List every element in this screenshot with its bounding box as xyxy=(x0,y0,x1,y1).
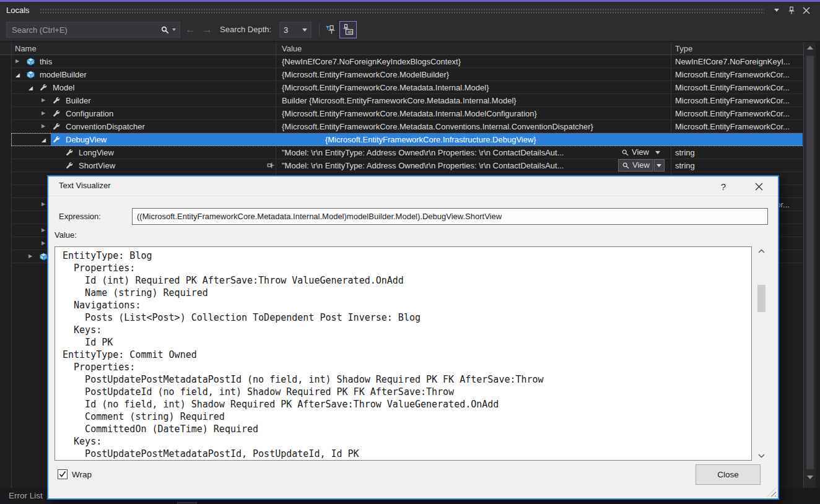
row-type: Microsoft.EntityFrameworkCor... xyxy=(675,96,804,105)
close-icon xyxy=(755,183,763,191)
wrench-icon xyxy=(52,135,61,144)
row-value[interactable]: {Microsoft.EntityFrameworkCore.Infrastru… xyxy=(325,135,536,144)
filter-pinned-button[interactable] xyxy=(322,21,339,38)
expander-collapsed-icon[interactable]: ▶ xyxy=(41,200,45,209)
expander-collapsed-icon[interactable]: ▶ xyxy=(41,96,45,105)
row-value[interactable]: {Microsoft.EntityFrameworkCore.Metadata.… xyxy=(282,109,669,118)
expression-label: Expression: xyxy=(59,212,101,221)
expander-collapsed-icon[interactable]: ▶ xyxy=(41,226,45,235)
row-name[interactable]: Configuration xyxy=(66,109,113,118)
row-value[interactable]: {Microsoft.EntityFrameworkCore.Metadata.… xyxy=(282,83,669,92)
table-row[interactable]: ▶ this {NewInEfCore7.NoForeignKeyIndexBl… xyxy=(11,55,803,68)
search-input[interactable] xyxy=(7,25,160,35)
view-button[interactable]: View xyxy=(618,146,652,159)
table-row[interactable]: ◢ Model {Microsoft.EntityFrameworkCore.M… xyxy=(11,81,803,94)
table-row-selected[interactable]: ◢ DebugView {Microsoft.EntityFrameworkCo… xyxy=(11,133,803,146)
table-row[interactable]: ShortView "Model: \r\n EntityType: Addre… xyxy=(11,159,803,172)
auto-hide-pin-button[interactable] xyxy=(784,4,799,17)
close-button[interactable]: Close xyxy=(696,464,761,485)
expander-collapsed-icon[interactable]: ▶ xyxy=(41,239,45,248)
vertical-scrollbar[interactable] xyxy=(803,42,816,488)
expander-expanded-icon[interactable]: ◢ xyxy=(28,84,33,92)
object-icon xyxy=(26,57,35,66)
row-name[interactable]: Model xyxy=(53,83,74,92)
table-row[interactable]: ▶ Configuration {Microsoft.EntityFramewo… xyxy=(11,107,803,120)
row-value[interactable]: "Model: \r\n EntityType: Address Owned\r… xyxy=(282,161,615,170)
dialog-close-button[interactable] xyxy=(751,180,767,193)
row-type: Microsoft.EntityFrameworkCor... xyxy=(675,122,804,131)
toolbar: ← → Search Depth: 3 ab xyxy=(0,19,820,41)
pin-to-favorites-button[interactable] xyxy=(266,161,275,172)
row-value[interactable]: Builder {Microsoft.EntityFrameworkCore.M… xyxy=(282,96,669,105)
row-name[interactable]: ConventionDispatcher xyxy=(66,122,145,131)
magnifier-icon xyxy=(621,149,629,157)
back-arrow-icon[interactable]: ← xyxy=(185,22,196,37)
resize-grip[interactable] xyxy=(767,488,776,497)
row-value[interactable]: "Model: \r\n EntityType: Address Owned\r… xyxy=(282,148,615,157)
row-name[interactable]: Builder xyxy=(66,96,90,105)
grid-header: Name Value Type xyxy=(0,42,803,55)
table-row[interactable]: ▶ Builder Builder {Microsoft.EntityFrame… xyxy=(11,94,803,107)
table-row[interactable]: ◢ modelBuilder {Microsoft.EntityFramewor… xyxy=(11,68,803,81)
table-row[interactable]: LongView "Model: \r\n EntityType: Addres… xyxy=(11,146,803,159)
column-header-value: Value xyxy=(282,44,302,53)
view-dropdown-button[interactable] xyxy=(653,146,663,159)
row-name[interactable]: modelBuilder xyxy=(40,70,87,79)
wrap-checkbox-label[interactable]: Wrap xyxy=(72,470,92,479)
scrollbar-thumb[interactable] xyxy=(757,285,765,312)
expander-collapsed-icon[interactable]: ▶ xyxy=(15,57,19,66)
row-type: string xyxy=(675,161,804,170)
value-label: Value: xyxy=(55,230,77,240)
scrollbar-thumb[interactable] xyxy=(806,56,814,469)
row-name[interactable]: ShortView xyxy=(79,161,115,170)
pinned-text-toggle-button[interactable]: ab xyxy=(339,21,357,38)
row-value[interactable]: {Microsoft.EntityFrameworkCore.Metadata.… xyxy=(282,122,669,131)
search-depth-value: 3 xyxy=(284,25,302,35)
expander-expanded-icon[interactable]: ◢ xyxy=(15,71,20,79)
view-dropdown-button[interactable] xyxy=(654,159,665,172)
wrench-icon xyxy=(52,109,61,118)
row-name[interactable]: this xyxy=(40,57,52,66)
dialog-vertical-scrollbar[interactable] xyxy=(756,246,767,461)
help-button[interactable]: ? xyxy=(716,180,731,193)
scroll-up-icon[interactable] xyxy=(804,46,816,50)
pin-icon xyxy=(266,161,275,170)
column-header-type: Type xyxy=(675,44,692,53)
search-depth-select[interactable]: 3 xyxy=(279,22,312,38)
pin-text-icon: ab xyxy=(342,24,354,36)
scroll-down-icon[interactable] xyxy=(756,453,767,458)
expression-field[interactable] xyxy=(132,208,768,225)
tab-error-list[interactable]: Error List xyxy=(9,488,43,504)
column-header-name: Name xyxy=(15,44,37,53)
row-value[interactable]: {Microsoft.EntityFrameworkCore.ModelBuil… xyxy=(282,70,669,79)
expander-collapsed-icon[interactable]: ▶ xyxy=(41,109,45,118)
window-position-button[interactable] xyxy=(769,4,784,17)
scroll-up-icon[interactable] xyxy=(756,249,767,254)
titlebar[interactable]: Locals xyxy=(0,2,820,19)
text-visualizer-content-pane[interactable]: EntityType: Blog Properties: Id (int) Re… xyxy=(55,246,752,461)
window-title: Locals xyxy=(6,6,30,15)
wrench-icon xyxy=(65,148,74,157)
search-box[interactable] xyxy=(6,22,180,38)
text-visualizer-content[interactable]: EntityType: Blog Properties: Id (int) Re… xyxy=(55,247,751,460)
expander-expanded-icon[interactable]: ◢ xyxy=(41,136,46,144)
forward-arrow-icon[interactable]: → xyxy=(202,22,212,37)
scroll-down-icon[interactable] xyxy=(804,476,816,479)
search-dropdown-chevron-icon[interactable] xyxy=(172,28,176,31)
locals-tool-window: Locals ← → Search Depth: xyxy=(0,0,820,504)
expander-collapsed-icon[interactable]: ▶ xyxy=(41,122,45,131)
row-value[interactable]: {NewInEfCore7.NoForeignKeyIndexBlogsCont… xyxy=(282,57,669,66)
view-button[interactable]: View xyxy=(618,159,653,172)
close-window-button[interactable] xyxy=(799,4,814,17)
search-icon[interactable] xyxy=(160,25,170,35)
drag-grip-texture[interactable] xyxy=(40,8,764,14)
table-row[interactable]: ▶ ConventionDispatcher {Microsoft.Entity… xyxy=(11,120,803,133)
view-visualizer-control: View xyxy=(618,146,663,159)
row-name[interactable]: LongView xyxy=(79,148,114,157)
wrench-icon xyxy=(65,161,74,170)
row-type: Microsoft.EntityFrameworkCor... xyxy=(675,70,804,79)
wrap-checkbox[interactable] xyxy=(58,469,68,479)
row-name[interactable]: DebugView xyxy=(66,135,107,144)
search-depth-label: Search Depth: xyxy=(220,19,271,41)
expander-collapsed-icon[interactable]: ▶ xyxy=(28,252,32,261)
